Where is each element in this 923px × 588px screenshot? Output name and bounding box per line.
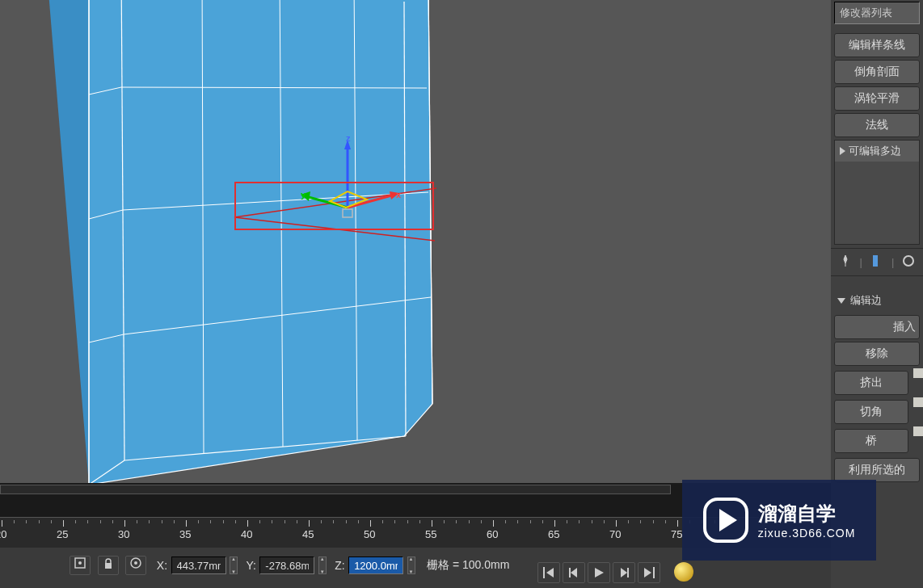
- svg-rect-36: [627, 568, 629, 578]
- use-selected-button[interactable]: 利用所选的: [834, 458, 920, 482]
- pin-icon[interactable]: [838, 254, 853, 271]
- viewport-3d[interactable]: x y z: [0, 0, 831, 519]
- insert-vertex-button[interactable]: 插入: [834, 315, 920, 339]
- modifier-stack[interactable]: 可编辑多边: [834, 140, 920, 245]
- time-config-icon[interactable]: [674, 562, 693, 582]
- svg-marker-33: [571, 568, 577, 578]
- timeline-tick-label: 45: [302, 528, 314, 540]
- svg-point-47: [904, 256, 913, 266]
- svg-rect-39: [653, 567, 655, 578]
- svg-marker-38: [644, 568, 651, 578]
- x-label: X:: [157, 559, 167, 572]
- prev-frame-button[interactable]: [563, 562, 585, 583]
- viewport-scrollbar[interactable]: [0, 485, 671, 494]
- timeline-tick-label: 25: [57, 528, 68, 540]
- y-spinner[interactable]: [318, 556, 327, 574]
- svg-marker-32: [546, 568, 554, 578]
- timeline-tick-label: 70: [609, 528, 621, 540]
- watermark-subtitle: zixue.3D66.COM: [758, 527, 856, 540]
- svg-rect-28: [105, 563, 112, 569]
- selection-highlight: [234, 182, 434, 230]
- box-geometry: [48, 0, 436, 489]
- timeline-tick-label: 75: [671, 528, 682, 540]
- stack-item-editable-poly[interactable]: 可编辑多边: [835, 141, 919, 162]
- remove-button[interactable]: 移除: [834, 342, 920, 366]
- x-spinner[interactable]: [230, 556, 238, 574]
- extrude-button[interactable]: 挤出: [834, 371, 908, 395]
- make-unique-icon[interactable]: [901, 254, 916, 271]
- svg-marker-35: [595, 568, 604, 578]
- lock-icon[interactable]: [98, 556, 119, 575]
- timeline-tick-label: 35: [179, 528, 191, 540]
- svg-rect-34: [569, 568, 571, 578]
- timeline-tick-label: 60: [487, 528, 498, 540]
- timeline-tick-label: 50: [364, 528, 375, 540]
- y-input[interactable]: [259, 556, 314, 574]
- rollout-arrow-icon: [837, 298, 845, 304]
- next-frame-button[interactable]: [613, 562, 635, 583]
- z-label: Z:: [335, 559, 344, 572]
- grid-label: 栅格 = 100.0mm: [427, 558, 509, 573]
- x-input[interactable]: [171, 556, 226, 574]
- bridge-settings-button[interactable]: [913, 426, 923, 436]
- rollout-title: 编辑边: [850, 293, 882, 308]
- svg-marker-37: [621, 568, 627, 578]
- expand-arrow-icon[interactable]: [840, 147, 845, 155]
- selection-lock-icon[interactable]: [70, 556, 91, 575]
- bridge-button[interactable]: 桥: [834, 429, 908, 453]
- playback-controls: [537, 562, 660, 583]
- timeline-tick-label: 20: [0, 528, 6, 540]
- transform-type-icon[interactable]: [125, 556, 146, 575]
- z-input[interactable]: [348, 556, 403, 574]
- z-spinner[interactable]: [407, 556, 415, 574]
- svg-point-30: [134, 561, 137, 565]
- chamfer-settings-button[interactable]: [913, 397, 923, 407]
- goto-start-button[interactable]: [537, 562, 560, 583]
- goto-end-button[interactable]: [638, 562, 660, 583]
- modifier-normal[interactable]: 法线: [834, 113, 920, 137]
- watermark-title: 溜溜自学: [758, 501, 856, 527]
- play-button[interactable]: [588, 562, 610, 583]
- modifier-list-label: 修改器列表: [834, 2, 920, 24]
- y-label: Y:: [246, 559, 255, 572]
- modifier-edit-spline[interactable]: 编辑样条线: [834, 33, 920, 57]
- chamfer-button[interactable]: 切角: [834, 400, 908, 424]
- timeline-tick-label: 40: [241, 528, 252, 540]
- show-end-result-icon[interactable]: [870, 254, 884, 271]
- svg-point-27: [78, 561, 82, 565]
- timeline-tick-label: 55: [425, 528, 436, 540]
- svg-rect-31: [543, 567, 545, 578]
- watermark-logo: 溜溜自学 zixue.3D66.COM: [682, 480, 876, 561]
- extrude-settings-button[interactable]: [913, 368, 923, 378]
- stack-toolbar: | |: [831, 248, 923, 276]
- edit-edges-rollout[interactable]: 编辑边: [831, 288, 923, 313]
- modifier-bevel-profile[interactable]: 倒角剖面: [834, 60, 920, 84]
- timeline-tick-label: 30: [118, 528, 129, 540]
- timeline-tick-label: 65: [548, 528, 559, 540]
- watermark-play-icon: [703, 498, 748, 543]
- svg-rect-46: [873, 255, 878, 267]
- stack-item-label: 可编辑多边: [849, 144, 901, 158]
- gizmo-z-label: z: [346, 133, 351, 143]
- modifier-turbosmooth[interactable]: 涡轮平滑: [834, 86, 920, 111]
